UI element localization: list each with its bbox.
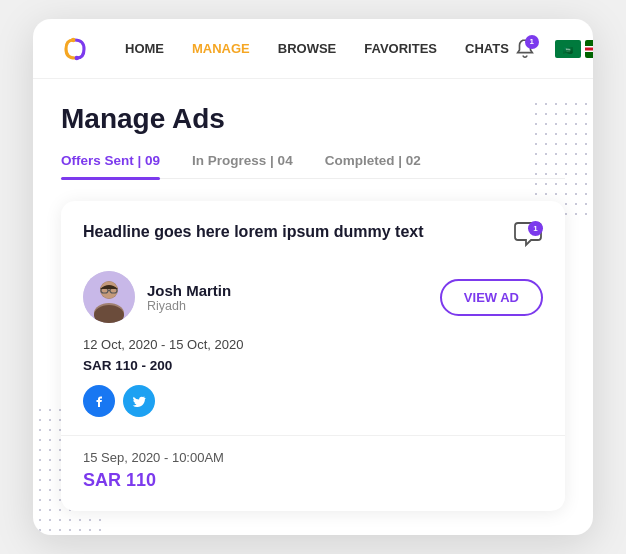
main-window: HOME MANAGE BROWSE FAVORITES CHATS 1 🇸🇦 <box>33 19 593 535</box>
date-range: 12 Oct, 2020 - 15 Oct, 2020 <box>83 337 543 352</box>
nav-chats[interactable]: CHATS <box>465 41 509 56</box>
ad-card: Headline goes here lorem ipsum dummy tex… <box>61 201 565 511</box>
view-ad-button[interactable]: VIEW AD <box>440 279 543 316</box>
tab-offers-sent[interactable]: Offers Sent | 09 <box>61 153 160 178</box>
svg-point-1 <box>75 55 80 60</box>
svg-point-0 <box>71 37 76 42</box>
card-title: Headline goes here lorem ipsum dummy tex… <box>83 221 424 243</box>
flag-icons: 🇸🇦 <box>555 40 593 58</box>
nav-favorites[interactable]: FAVORITES <box>364 41 437 56</box>
social-icons <box>83 385 543 417</box>
card-header: Headline goes here lorem ipsum dummy tex… <box>83 221 543 255</box>
tabs-bar: Offers Sent | 09 In Progress | 04 Comple… <box>61 153 565 179</box>
nav-manage[interactable]: MANAGE <box>192 41 250 56</box>
facebook-icon[interactable] <box>83 385 115 417</box>
nav-home[interactable]: HOME <box>125 41 164 56</box>
saudi-flag: 🇸🇦 <box>555 40 581 58</box>
user-details: Josh Martin Riyadh <box>147 282 231 313</box>
avatar <box>83 271 135 323</box>
chat-button[interactable]: 1 <box>507 221 543 255</box>
tab-completed[interactable]: Completed | 02 <box>325 153 421 178</box>
user-location: Riyadh <box>147 299 231 313</box>
price-range: SAR 110 - 200 <box>83 358 543 373</box>
page-title: Manage Ads <box>61 103 565 135</box>
user-info: Josh Martin Riyadh <box>83 271 231 323</box>
logo[interactable] <box>57 31 93 67</box>
chat-badge: 1 <box>528 221 543 236</box>
svg-text:🇸🇦: 🇸🇦 <box>563 45 573 55</box>
notification-badge: 1 <box>525 35 539 49</box>
notification-button[interactable]: 1 <box>509 33 541 65</box>
other-flag <box>585 40 593 58</box>
offer-price: SAR 110 <box>83 470 543 491</box>
nav-browse[interactable]: BROWSE <box>278 41 337 56</box>
card-divider <box>61 435 565 436</box>
main-content: Manage Ads Offers Sent | 09 In Progress … <box>33 79 593 535</box>
offer-date: 15 Sep, 2020 - 10:00AM <box>83 450 543 465</box>
nav-right: 1 🇸🇦 عربي <box>509 33 593 65</box>
twitter-icon[interactable] <box>123 385 155 417</box>
tab-in-progress[interactable]: In Progress | 04 <box>192 153 293 178</box>
user-name: Josh Martin <box>147 282 231 299</box>
svg-rect-6 <box>585 47 593 50</box>
user-row: Josh Martin Riyadh VIEW AD <box>83 271 543 323</box>
navbar: HOME MANAGE BROWSE FAVORITES CHATS 1 🇸🇦 <box>33 19 593 79</box>
nav-links: HOME MANAGE BROWSE FAVORITES CHATS <box>125 41 509 56</box>
